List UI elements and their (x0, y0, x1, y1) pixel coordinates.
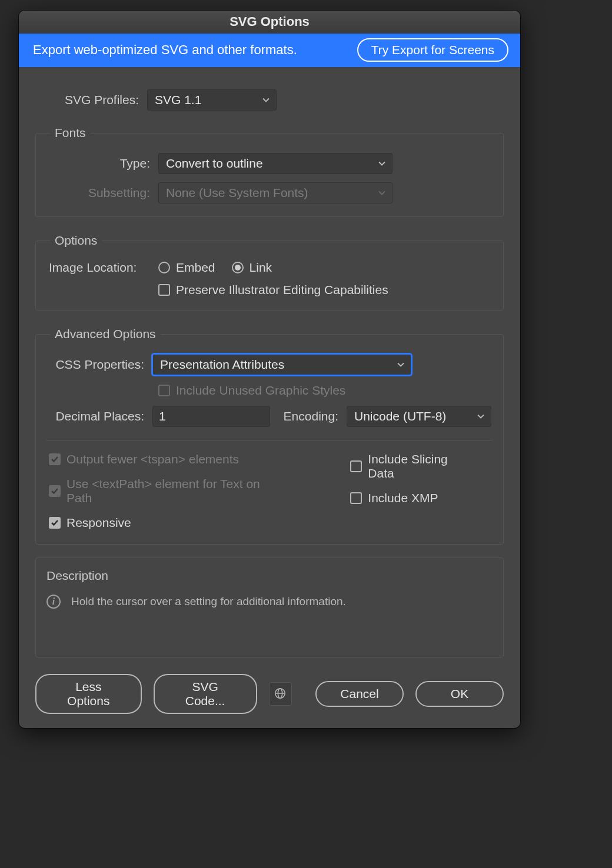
responsive-label: Responsive (66, 516, 131, 530)
banner-text: Export web-optimized SVG and other forma… (33, 42, 297, 58)
cancel-button[interactable]: Cancel (315, 681, 404, 707)
subsetting-value: None (Use System Fonts) (166, 186, 308, 200)
try-export-for-screens-button[interactable]: Try Export for Screens (357, 38, 508, 62)
encoding-dropdown[interactable]: Unicode (UTF-8) (347, 406, 491, 427)
output-fewer-tspan-checkbox: Output fewer <tspan> elements (49, 452, 287, 466)
options-legend: Options (50, 233, 102, 248)
separator (46, 440, 493, 440)
fonts-group: Fonts Type: Convert to outline Subsettin… (35, 126, 504, 217)
include-slicing-data-checkbox[interactable]: Include Slicing Data (350, 452, 476, 480)
dialog-body: SVG Profiles: SVG 1.1 Fonts Type: Conver… (19, 67, 520, 728)
chevron-down-icon (477, 412, 485, 420)
svg-profiles-row: SVG Profiles: SVG 1.1 (35, 89, 504, 111)
fonts-legend: Fonts (50, 126, 91, 140)
description-box: Description i Hold the cursor over a set… (35, 557, 504, 657)
css-properties-label: CSS Properties: (46, 358, 152, 372)
options-group: Options Image Location: Embed Link Prese… (35, 233, 504, 311)
advanced-options-group: Advanced Options CSS Properties: Present… (35, 327, 504, 545)
image-location-embed-radio[interactable]: Embed (158, 261, 215, 275)
svg-profiles-dropdown[interactable]: SVG 1.1 (147, 89, 277, 111)
title-bar: SVG Options (19, 11, 520, 34)
svg-profiles-label: SVG Profiles: (35, 93, 147, 107)
chevron-down-icon (262, 96, 270, 104)
less-options-button[interactable]: Less Options (35, 674, 142, 714)
description-legend: Description (46, 569, 493, 583)
encoding-label: Encoding: (270, 409, 347, 423)
chevron-down-icon (378, 189, 386, 197)
preserve-editing-checkbox[interactable]: Preserve Illustrator Editing Capabilitie… (158, 283, 388, 297)
dialog-title: SVG Options (230, 14, 310, 29)
description-text: Hold the cursor over a setting for addit… (71, 595, 346, 608)
css-properties-value: Presentation Attributes (160, 358, 284, 372)
embed-radio-label: Embed (176, 261, 215, 275)
font-type-label: Type: (46, 156, 158, 171)
svg-profiles-value: SVG 1.1 (155, 93, 201, 107)
include-unused-styles-checkbox: Include Unused Graphic Styles (158, 383, 345, 398)
subsetting-dropdown: None (Use System Fonts) (158, 182, 393, 203)
encoding-value: Unicode (UTF-8) (354, 409, 446, 423)
decimal-places-input[interactable] (152, 406, 270, 427)
svg-options-dialog: SVG Options Export web-optimized SVG and… (19, 11, 520, 728)
svg-code-button[interactable]: SVG Code... (154, 674, 257, 714)
dialog-footer: Less Options SVG Code... Cancel OK (35, 657, 504, 714)
use-textpath-checkbox: Use <textPath> element for Text on Path (49, 477, 287, 505)
decimal-places-label: Decimal Places: (46, 409, 152, 423)
output-fewer-tspan-label: Output fewer <tspan> elements (66, 452, 239, 466)
chevron-down-icon (397, 360, 405, 369)
image-location-label: Image Location: (46, 261, 158, 275)
info-icon: i (46, 595, 61, 609)
image-location-link-radio[interactable]: Link (232, 261, 272, 275)
preserve-editing-label: Preserve Illustrator Editing Capabilitie… (176, 283, 388, 297)
subsetting-label: Subsetting: (46, 186, 158, 200)
use-textpath-label: Use <textPath> element for Text on Path (66, 477, 287, 505)
promo-banner: Export web-optimized SVG and other forma… (19, 34, 520, 67)
font-type-value: Convert to outline (166, 156, 263, 171)
include-xmp-checkbox[interactable]: Include XMP (350, 491, 476, 505)
font-type-dropdown[interactable]: Convert to outline (158, 153, 393, 174)
advanced-checks: Output fewer <tspan> elements Use <textP… (46, 452, 493, 530)
include-xmp-label: Include XMP (368, 491, 438, 505)
responsive-checkbox[interactable]: Responsive (49, 516, 287, 530)
css-properties-dropdown[interactable]: Presentation Attributes (152, 354, 411, 375)
chevron-down-icon (378, 159, 386, 168)
link-radio-label: Link (250, 261, 272, 275)
preview-in-browser-button[interactable] (269, 682, 292, 706)
advanced-legend: Advanced Options (50, 327, 161, 341)
globe-icon (274, 687, 287, 702)
include-unused-styles-label: Include Unused Graphic Styles (176, 383, 345, 398)
include-slicing-data-label: Include Slicing Data (368, 452, 476, 480)
ok-button[interactable]: OK (415, 681, 504, 707)
